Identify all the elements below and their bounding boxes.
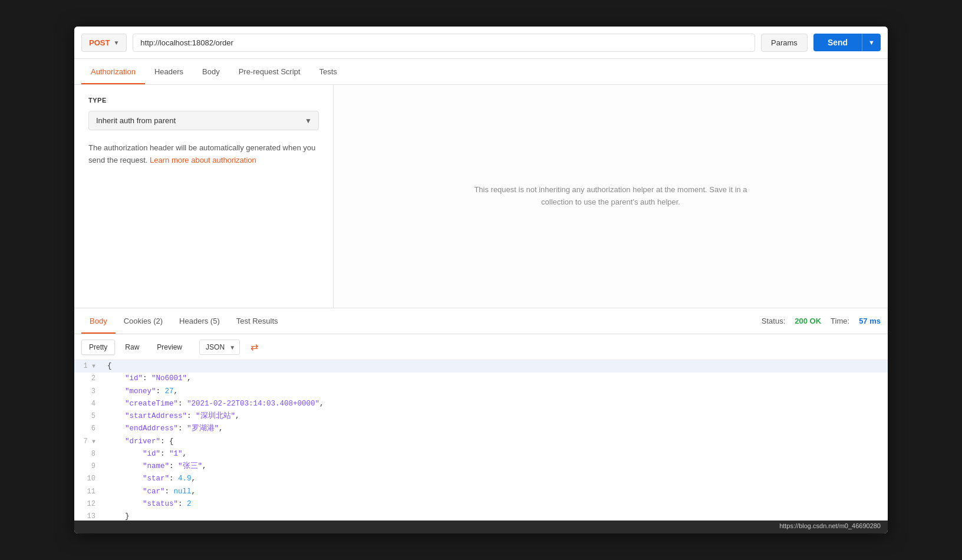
line-content: "createTime": "2021-02-22T03:14:03.408+0… (103, 398, 888, 410)
line-number: 7 ▼ (74, 436, 103, 448)
send-button-group: Send ▼ (813, 34, 881, 51)
auth-description: The authorization header will be automat… (88, 142, 319, 167)
auth-type-select[interactable]: Inherit auth from parent (88, 111, 319, 130)
format-pretty-button[interactable]: Pretty (81, 340, 115, 355)
line-number: 12 (74, 498, 103, 510)
time-label: Time: (831, 317, 849, 325)
response-status-area: Status: 200 OK Time: 57 ms (762, 317, 881, 325)
response-tab-test-results[interactable]: Test Results (228, 309, 286, 334)
status-label: Status: (762, 317, 785, 325)
format-type-wrapper: JSON XML HTML Text ▼ (199, 340, 240, 355)
type-select-wrapper: Inherit auth from parent ▼ (88, 111, 319, 130)
format-preview-button[interactable]: Preview (149, 340, 190, 355)
line-content: "star": 4.9, (103, 473, 888, 485)
method-chevron-icon: ▼ (113, 39, 119, 46)
format-toolbar: Pretty Raw Preview JSON XML HTML Text ▼ … (74, 334, 888, 360)
tab-body[interactable]: Body (193, 60, 229, 84)
line-number: 8 (74, 448, 103, 460)
inherit-message: This request is not inheriting any autho… (463, 184, 758, 209)
status-bar: https://blog.csdn.net/m0_46690280 (74, 521, 888, 533)
format-type-select[interactable]: JSON XML HTML Text (199, 340, 240, 355)
learn-more-link[interactable]: Learn more about authorization (150, 156, 256, 164)
line-number: 4 (74, 398, 103, 410)
code-table: 1 ▼{2 "id": "No6001",3 "money": 27,4 "cr… (74, 360, 888, 521)
line-content: "money": 27, (103, 386, 888, 398)
format-raw-button[interactable]: Raw (117, 340, 147, 355)
line-content: "car": null, (103, 486, 888, 498)
line-content: "startAddress": "深圳北站", (103, 410, 888, 423)
line-content: "name": "张三", (103, 460, 888, 473)
line-number: 6 (74, 423, 103, 435)
auth-left-panel: TYPE Inherit auth from parent ▼ The auth… (74, 85, 334, 308)
send-button[interactable]: Send (813, 34, 862, 51)
tab-headers[interactable]: Headers (145, 60, 193, 84)
line-content: "id": "No6001", (103, 373, 888, 385)
tab-prerequest[interactable]: Pre-request Script (229, 60, 310, 84)
line-content: } (103, 510, 888, 521)
line-number: 2 (74, 373, 103, 385)
send-dropdown-button[interactable]: ▼ (862, 34, 881, 51)
url-input[interactable] (133, 34, 755, 52)
params-button[interactable]: Params (761, 34, 808, 52)
line-number: 9 (74, 460, 103, 473)
response-tab-headers[interactable]: Headers (5) (171, 309, 228, 334)
line-content: "endAddress": "罗湖港", (103, 423, 888, 435)
line-content: "status": 2 (103, 498, 888, 510)
top-bar: POST ▼ Params Send ▼ (74, 27, 888, 59)
line-content: "id": "1", (103, 448, 888, 460)
line-number: 3 (74, 386, 103, 398)
response-tab-cookies[interactable]: Cookies (2) (116, 309, 171, 334)
response-tabs-row: Body Cookies (2) Headers (5) Test Result… (74, 308, 888, 334)
line-number: 1 ▼ (74, 360, 103, 373)
statusbar-url: https://blog.csdn.net/m0_46690280 (779, 522, 881, 529)
auth-right-panel: This request is not inheriting any autho… (334, 85, 888, 308)
main-area: TYPE Inherit auth from parent ▼ The auth… (74, 85, 888, 308)
method-button[interactable]: POST ▼ (81, 34, 127, 52)
response-code-area[interactable]: 1 ▼{2 "id": "No6001",3 "money": 27,4 "cr… (74, 360, 888, 521)
line-number: 13 (74, 510, 103, 521)
line-number: 5 (74, 410, 103, 423)
response-section: Body Cookies (2) Headers (5) Test Result… (74, 308, 888, 521)
line-number: 11 (74, 486, 103, 498)
tab-authorization[interactable]: Authorization (81, 60, 145, 84)
learn-more-text: Learn more about authorization (150, 156, 256, 164)
wrap-lines-icon[interactable]: ⇄ (247, 339, 262, 355)
response-tab-body[interactable]: Body (81, 309, 116, 334)
tab-tests[interactable]: Tests (309, 60, 346, 84)
line-content: "driver": { (103, 436, 888, 448)
status-value: 200 OK (795, 317, 821, 325)
method-label: POST (89, 38, 110, 47)
line-content: { (103, 360, 888, 373)
time-value: 57 ms (859, 317, 881, 325)
line-number: 10 (74, 473, 103, 485)
request-tabs: Authorization Headers Body Pre-request S… (74, 59, 888, 85)
type-label: TYPE (88, 97, 319, 104)
